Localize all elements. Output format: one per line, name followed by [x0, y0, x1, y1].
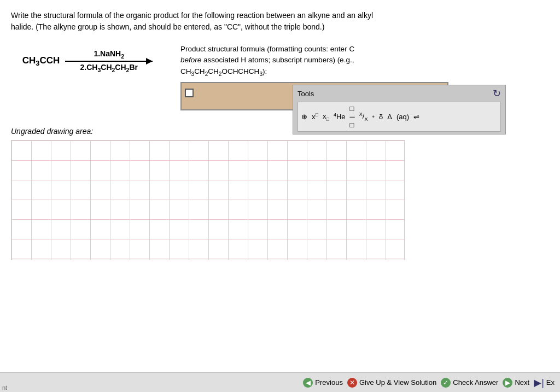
- tool-delta-lowercase[interactable]: δ: [379, 113, 383, 121]
- tool-move[interactable]: ⊕: [301, 113, 307, 121]
- tool-helium[interactable]: 4He: [334, 112, 346, 121]
- reactant-formula: CH3CCH: [22, 55, 60, 67]
- reagent-bottom: 2.CH3CH2CH2Br: [80, 63, 138, 73]
- previous-button[interactable]: ◀ Previous: [303, 378, 343, 388]
- reagent-top: 1.NaNH2: [94, 49, 124, 60]
- tools-buttons-row: ⊕ x□ x□ 4He □─□ X/X • δ Δ (aq) ⇌: [298, 102, 501, 132]
- tool-delta-uppercase[interactable]: Δ: [387, 113, 392, 121]
- bottom-bar: ◀ Previous ✕ Give Up & View Solution ✓ C…: [0, 372, 560, 392]
- tools-panel: Tools ↻ ⊕ x□ x□ 4He □─□ X/X • δ Δ (aq) ⇌: [293, 85, 506, 134]
- tool-aqueous[interactable]: (aq): [396, 113, 409, 121]
- tools-label: Tools: [298, 90, 314, 98]
- question-text: Write the structural formula of the orga…: [11, 10, 547, 33]
- next-icon: ▶: [503, 378, 512, 388]
- checkbox-icon[interactable]: [185, 89, 194, 97]
- give-up-icon: ✕: [347, 378, 357, 388]
- previous-icon: ◀: [303, 378, 313, 388]
- extra-button[interactable]: ▶| Ex: [534, 377, 555, 389]
- check-icon: ✓: [441, 378, 451, 388]
- tool-x-over-x[interactable]: X/X: [359, 112, 368, 122]
- give-up-button[interactable]: ✕ Give Up & View Solution: [347, 378, 436, 388]
- tool-fraction[interactable]: □─□: [350, 104, 355, 129]
- extra-icon: ▶|: [534, 377, 544, 389]
- drawing-grid[interactable]: [11, 140, 405, 260]
- tool-equilibrium[interactable]: ⇌: [413, 113, 419, 121]
- product-label: Product structural formula (formatting c…: [180, 44, 454, 78]
- tools-refresh-icon[interactable]: ↻: [493, 87, 501, 100]
- check-answer-button[interactable]: ✓ Check Answer: [441, 378, 498, 388]
- tool-superscript[interactable]: x□: [312, 112, 318, 121]
- next-button[interactable]: ▶ Next: [503, 378, 529, 388]
- tool-subscript[interactable]: x□: [323, 112, 329, 122]
- reaction-arrow: [65, 61, 153, 62]
- page-indicator: nt: [2, 384, 7, 391]
